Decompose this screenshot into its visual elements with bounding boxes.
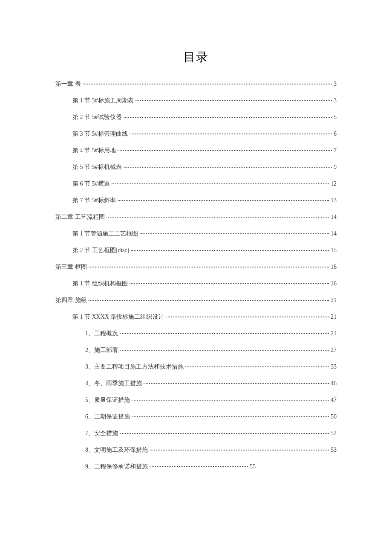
toc-leader-dots [185,366,329,367]
toc-label: 第 1 节 组织机构框图 [72,280,128,288]
toc-leader-dots [150,450,329,450]
toc-label: 3、主要工程项目施工方法和技术措施 [85,363,184,371]
toc-label: 1、工程概况 [85,330,118,337]
toc-entry: 9、工程保修承诺和措施55 [85,463,256,471]
toc-label: 第 7 节 5#标斜率 [72,197,116,204]
toc-entry: 第 4 节 5#标用地7 [72,147,337,154]
toc-page-number: 52 [331,430,337,437]
toc-page-number: 21 [331,297,337,304]
toc-entry: 第三章 框图16 [55,263,337,271]
toc-label: 第 1 节 5#标施工周期表 [72,97,134,105]
toc-entry: 第 1 节 XXXX 路投标施工组织设计21 [72,313,337,321]
toc-page-number: 33 [331,363,337,370]
toc-page-number: 13 [331,197,337,204]
toc-leader-dots [89,267,329,267]
toc-leader-dots [135,100,332,101]
toc-page-number: 3 [334,81,337,87]
toc-label: 第 4 节 5#标用地 [72,147,116,154]
toc-page-number: 14 [331,214,337,221]
toc-page-number: 46 [331,380,337,387]
toc-leader-dots [118,150,332,151]
toc-entry: 第 2 节 工艺框图(disc)15 [72,247,337,254]
toc-page-number: 12 [331,180,337,187]
toc-entry: 第一章 表3 [55,80,337,88]
toc-label: 第 5 节 5#标机械表 [72,163,122,171]
toc-page-number: 16 [331,280,337,287]
toc-leader-dots [120,350,329,351]
toc-page-number: 55 [250,463,256,470]
toc-entry: 2、施工部署27 [85,346,337,354]
toc-page-number: 6 [334,131,337,137]
toc-page-number: 53 [331,447,337,453]
toc-entry: 7、安全措施52 [85,430,337,437]
toc-entry: 第四章 施组21 [55,296,337,304]
toc-page-number: 14 [331,230,337,237]
toc-leader-dots [132,416,329,417]
toc-label: 第二章 工艺流程图 [55,213,105,221]
toc-entry: 第 1 节 组织机构框图16 [72,280,337,288]
toc-entry: 第 7 节 5#标斜率13 [72,197,337,204]
toc-leader-dots [166,317,329,317]
toc-entry: 第 3 节 5#标管理曲线6 [72,130,337,138]
toc-leader-dots [120,433,329,434]
toc-entry: 1、工程概况21 [85,330,337,337]
toc-label: 第四章 施组 [55,296,87,304]
toc-leader-dots [140,233,329,234]
toc-label: 7、安全措施 [85,430,118,437]
toc-label: 第 6 节 5#横道 [72,180,110,188]
toc-leader-dots [130,134,332,134]
toc-label: 第 2 节 工艺框图(disc) [72,247,129,254]
toc-page-number: 27 [331,347,337,354]
toc-page-number: 21 [331,314,337,320]
toc-page-number: 3 [334,97,337,104]
toc-leader-dots [120,333,329,334]
toc-label: 9、工程保修承诺和措施 [85,463,148,471]
toc-entry: 第二章 工艺流程图14 [55,213,337,221]
toc-leader-dots [144,383,329,384]
toc-leader-dots [107,217,329,218]
toc-page-number: 15 [331,247,337,254]
toc-leader-dots [124,167,332,168]
toc-entry: 3、主要工程项目施工方法和技术措施33 [85,363,337,371]
toc-leader-dots [132,400,329,401]
toc-page-number: 7 [334,147,337,154]
toc-leader-dots [89,300,329,301]
toc-leader-dots [130,283,329,284]
toc-label: 第 3 节 5#标管理曲线 [72,130,128,138]
toc-leader-dots [124,117,332,118]
toc-page-number: 47 [331,397,337,404]
toc-title: 目录 [55,49,337,65]
toc-label: 第 1 节管涵施工工艺框图 [72,230,138,238]
toc-page-number: 50 [331,413,337,420]
toc-label: 第 1 节 XXXX 路投标施工组织设计 [72,313,164,321]
toc-entry: 第 5 节 5#标机械表9 [72,163,337,171]
toc-label: 第一章 表 [55,80,81,88]
toc-label: 2、施工部署 [85,346,118,354]
toc-label: 4、冬、雨季施工措施 [85,380,142,387]
toc-entry: 4、冬、雨季施工措施46 [85,380,337,387]
toc-page-number: 21 [331,330,337,337]
toc-entry: 第 2 节 5#试验仪器5 [72,113,337,121]
toc-page-number: 5 [334,114,337,121]
toc-entry: 8、文明施工及环保措施53 [85,446,337,454]
toc-page-number: 9 [334,164,337,171]
toc-label: 第三章 框图 [55,263,87,271]
toc-label: 8、文明施工及环保措施 [85,446,148,454]
toc-leader-dots [131,250,329,251]
toc-list: 第一章 表3第 1 节 5#标施工周期表3第 2 节 5#试验仪器5第 3 节 … [55,80,337,471]
toc-leader-dots [112,183,329,184]
toc-page-number: 16 [331,264,337,270]
toc-leader-dots [83,84,332,84]
toc-entry: 第 1 节 5#标施工周期表3 [72,97,337,105]
toc-label: 6、工期保证措施 [85,413,130,421]
toc-leader-dots [150,466,248,467]
toc-entry: 5、质量保证措施47 [85,396,337,404]
toc-label: 5、质量保证措施 [85,396,130,404]
toc-entry: 第 6 节 5#横道12 [72,180,337,188]
toc-entry: 第 1 节管涵施工工艺框图14 [72,230,337,238]
toc-entry: 6、工期保证措施50 [85,413,337,421]
toc-leader-dots [118,200,329,201]
toc-label: 第 2 节 5#试验仪器 [72,113,122,121]
